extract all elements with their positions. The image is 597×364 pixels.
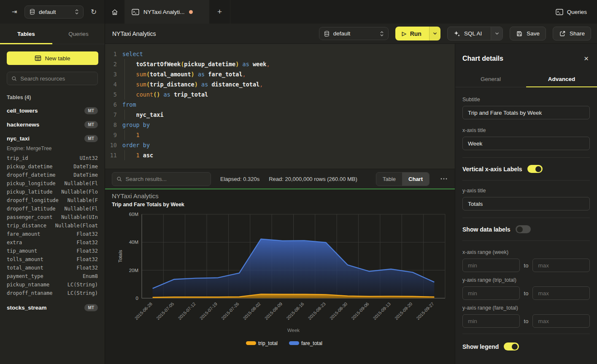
- svg-text:2015-07-05: 2015-07-05: [155, 301, 175, 321]
- svg-text:2015-08-23: 2015-08-23: [307, 301, 327, 321]
- column-name: trip_distance: [7, 221, 46, 230]
- column-row: pickup_datetime DateTime: [7, 162, 98, 171]
- svg-text:2015-08-16: 2015-08-16: [285, 301, 305, 321]
- svg-text:60M: 60M: [129, 212, 138, 217]
- show-legend-toggle[interactable]: [504, 342, 519, 351]
- table-row[interactable]: hackernews MT: [7, 118, 98, 132]
- results-search-input[interactable]: [125, 176, 206, 182]
- topbar-database-selector[interactable]: default: [24, 5, 84, 19]
- queries-button-label: Queries: [567, 9, 587, 15]
- tables-section-label: Tables (4): [7, 94, 98, 100]
- svg-text:2015-08-02: 2015-08-02: [242, 301, 262, 321]
- results-search[interactable]: [112, 172, 211, 186]
- column-type: Nullable(Float: [55, 221, 98, 230]
- svg-text:2015-08-09: 2015-08-09: [264, 301, 284, 321]
- new-table-button[interactable]: New table: [7, 51, 98, 65]
- run-options-caret[interactable]: [429, 27, 440, 40]
- results-chart: NYTaxi AnalyticsTrip and Fare Totals by …: [105, 189, 455, 364]
- x-axis-title-input[interactable]: [462, 137, 590, 150]
- range-max-input[interactable]: [532, 259, 590, 272]
- x-tick-labels: 2015-06-282015-07-052015-07-122015-07-19…: [134, 301, 435, 321]
- query-database-selector[interactable]: default: [319, 27, 389, 40]
- query-toolbar: NYTaxi Analytics default ▷ Run SQL: [105, 24, 597, 44]
- top-bar: ⇥ default ↻ NYTaxi Analyt: [0, 0, 597, 24]
- terminal-icon: [132, 9, 139, 15]
- run-button-group: ▷ Run: [395, 27, 440, 40]
- tab-advanced[interactable]: Advanced: [526, 71, 597, 87]
- table-row[interactable]: cell_towers MT: [7, 104, 98, 118]
- close-icon[interactable]: ×: [584, 56, 589, 62]
- y-axis-title-label: y-axis title: [462, 188, 590, 194]
- column-type: Nullable(Fl: [65, 205, 98, 213]
- y-axis-title-input[interactable]: [462, 197, 590, 210]
- table-engine: Engine: MergeTree: [7, 146, 98, 151]
- show-data-labels-toggle[interactable]: [516, 225, 531, 233]
- legend-item-trip_total[interactable]: trip_total: [246, 340, 278, 346]
- column-name: pickup_ntaname: [7, 280, 49, 289]
- terminal-icon: [556, 9, 563, 15]
- chart-legend: trip_total fare_total: [246, 340, 322, 346]
- range-min-input[interactable]: [462, 259, 520, 272]
- range-min-input[interactable]: [462, 314, 520, 328]
- queries-button[interactable]: Queries: [556, 9, 587, 15]
- sidebar-search[interactable]: [7, 72, 98, 85]
- home-icon: [111, 8, 119, 16]
- sql-ai-button[interactable]: SQL AI: [448, 27, 487, 40]
- legend-item-fare_total[interactable]: fare_total: [289, 340, 322, 346]
- range-min-input[interactable]: [462, 286, 520, 300]
- column-name: total_amount: [7, 264, 43, 272]
- column-row: total_amount Float32: [7, 264, 98, 272]
- engine-badge: MT: [84, 304, 98, 311]
- column-name: tip_amount: [7, 247, 37, 255]
- svg-text:20M: 20M: [129, 268, 138, 273]
- chevron-down-icon: [495, 32, 499, 35]
- run-button[interactable]: ▷ Run: [395, 27, 429, 40]
- column-row: extra Float32: [7, 238, 98, 247]
- home-tab-button[interactable]: [105, 0, 125, 24]
- range-max-input[interactable]: [532, 286, 590, 300]
- save-button[interactable]: Save: [510, 27, 546, 40]
- view-toggle-table[interactable]: Table: [376, 173, 402, 186]
- sidebar-tabs: Tables Queries: [0, 24, 105, 44]
- axis-range-label: x-axis range (week): [462, 249, 590, 255]
- sidebar-tab-tables[interactable]: Tables: [0, 24, 52, 44]
- column-type: Nullable(Fl: [65, 179, 98, 188]
- collapse-sidebar-icon[interactable]: ⇥: [8, 6, 20, 18]
- search-icon: [116, 176, 122, 182]
- vertical-x-labels-toggle[interactable]: [527, 165, 543, 173]
- svg-text:2015-07-19: 2015-07-19: [199, 301, 219, 321]
- sidebar-search-input[interactable]: [20, 75, 93, 82]
- svg-text:2015-07-12: 2015-07-12: [177, 301, 197, 321]
- line-number: 8: [105, 120, 117, 130]
- range-max-input[interactable]: [532, 314, 590, 328]
- new-tab-button[interactable]: +: [209, 0, 230, 24]
- code-line: 2 toStartOfWeek(pickup_datetime) as week…: [105, 59, 455, 69]
- results-more-button[interactable]: [439, 178, 449, 180]
- view-toggle-chart[interactable]: Chart: [402, 173, 429, 186]
- tab-general[interactable]: General: [455, 71, 526, 87]
- panel-header: Chart details ×: [455, 44, 597, 71]
- play-icon: ▷: [402, 30, 406, 37]
- subtitle-input[interactable]: [462, 106, 590, 119]
- svg-text:2015-08-30: 2015-08-30: [329, 301, 348, 321]
- column-row: fare_amount Float32: [7, 230, 98, 238]
- table-row[interactable]: nyc_taxi MT: [7, 132, 98, 146]
- range-to-label: to: [524, 318, 529, 324]
- sql-ai-caret[interactable]: [491, 27, 502, 40]
- refresh-icon[interactable]: ↻: [88, 6, 100, 18]
- line-number: 6: [105, 100, 117, 110]
- chevron-down-icon: [433, 32, 437, 35]
- axis-ranges: x-axis range (week) to y-axis range (tri…: [462, 249, 590, 328]
- tab-strip: NYTaxi Analyti... +: [105, 0, 556, 24]
- axis-range-label: y-axis range (fare_total): [462, 305, 590, 311]
- topbar-database-value: default: [39, 9, 71, 15]
- code-line: 5 count() as trip_total: [105, 89, 455, 100]
- sql-editor[interactable]: 1 select 2 toStartOfWeek(pickup_datetime…: [105, 44, 455, 169]
- sidebar-tab-queries[interactable]: Queries: [52, 24, 105, 44]
- query-tab[interactable]: NYTaxi Analyti...: [125, 0, 209, 24]
- code-line: 3 sum(total_amount) as fare_total,: [105, 69, 455, 79]
- table-row[interactable]: stocks_stream MT: [7, 301, 98, 315]
- table-name: nyc_taxi: [7, 135, 30, 142]
- range-to-label: to: [524, 262, 529, 269]
- share-button[interactable]: Share: [553, 27, 591, 40]
